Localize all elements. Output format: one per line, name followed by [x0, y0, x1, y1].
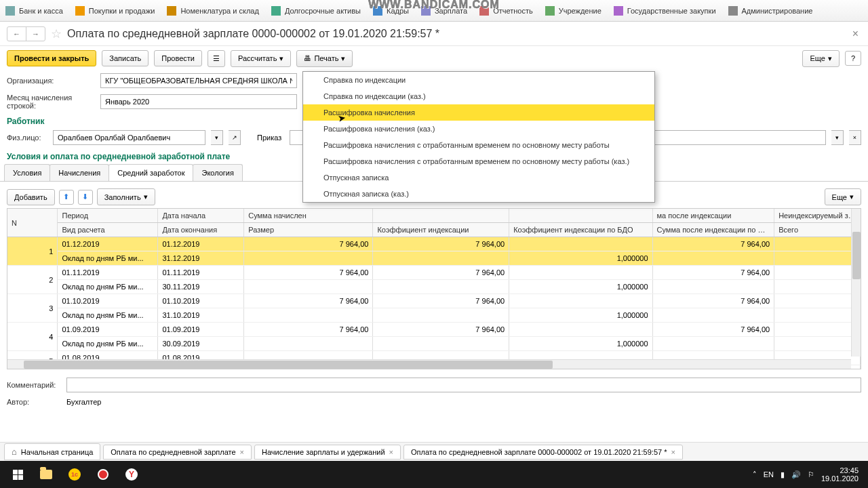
window-tab[interactable]: ⌂ Начальная страница — [4, 443, 100, 460]
table-row[interactable]: Оклад по дням РБ ми...30.11.20191,000000 — [7, 280, 861, 294]
network-icon[interactable]: ▮ — [781, 470, 785, 479]
printer-icon: 🖶 — [304, 54, 311, 62]
col-koef-bdo[interactable]: Коэффициент индексации по БДО — [509, 223, 652, 237]
open-button[interactable]: ↗ — [229, 130, 241, 145]
more-button[interactable]: Еще ▾ — [802, 50, 839, 67]
clock[interactable]: 23:4519.01.2020 — [821, 466, 859, 483]
forward-icon[interactable]: → — [26, 27, 45, 41]
col-period[interactable]: Период — [58, 209, 158, 223]
table-row[interactable]: Оклад по дням РБ ми...30.09.20191,000000 — [7, 337, 861, 351]
nav-item[interactable]: Государственные закупки — [614, 6, 716, 16]
print-menu-item[interactable]: Расшифровка начисления с отработанным вр… — [303, 137, 654, 153]
sound-icon[interactable]: 🔊 — [791, 470, 801, 479]
nav-arrows[interactable]: ← → — [7, 26, 45, 41]
nav-item[interactable]: Долгосрочные активы — [271, 6, 361, 16]
select-button[interactable]: ▾ — [831, 130, 844, 145]
tab[interactable]: Начисления — [50, 164, 109, 181]
help-button[interactable]: ? — [845, 51, 861, 66]
taskbar: 1c Y ˄ EN ▮ 🔊 ⚐ 23:4519.01.2020 — [0, 461, 868, 488]
col-total[interactable]: Всего — [774, 223, 861, 237]
favorite-star-icon[interactable]: ☆ — [51, 26, 62, 41]
window-tab[interactable]: Начисление зарплаты и удержаний × — [254, 445, 401, 460]
comment-input[interactable] — [66, 378, 861, 392]
table-row[interactable]: 401.09.201901.09.20197 964,007 964,007 9… — [7, 323, 861, 337]
print-menu-item[interactable]: Расшифровка начисления с отработанным вр… — [303, 153, 654, 169]
prikaz-label: Приказ — [257, 134, 281, 142]
table-row[interactable]: 301.10.201901.10.20197 964,007 964,007 9… — [7, 294, 861, 308]
col-calc[interactable]: Вид расчета — [58, 223, 158, 237]
fiz-input[interactable] — [53, 130, 205, 145]
tab[interactable]: Экология — [193, 164, 243, 181]
print-button[interactable]: 🖶 Печать ▾ — [296, 50, 353, 67]
nav-item[interactable]: Учреждение — [545, 6, 601, 16]
horizontal-scrollbar[interactable] — [7, 359, 851, 369]
col-noidx[interactable]: Неиндексируемый зар — [774, 209, 861, 223]
yandex-icon[interactable]: Y — [118, 463, 145, 486]
print-menu-item[interactable]: Отпускная записка — [303, 169, 654, 186]
list-icon-button[interactable]: ☰ — [208, 50, 225, 67]
cursor-icon: ➤ — [337, 112, 347, 124]
post-and-close-button[interactable]: Провести и закрыть — [7, 50, 96, 66]
table-row[interactable]: Оклад по дням РБ ми...31.10.20191,000000 — [7, 308, 861, 323]
move-down-button[interactable]: ⬇ — [78, 190, 93, 205]
org-input[interactable] — [100, 73, 297, 88]
close-tab-icon[interactable]: × — [240, 448, 244, 456]
col-dstart[interactable]: Дата начала — [158, 209, 244, 223]
add-button[interactable]: Добавить — [7, 189, 55, 205]
record-icon[interactable] — [90, 463, 117, 486]
print-menu-item[interactable]: Расшифровка начисления (каз.) — [303, 121, 654, 137]
nav-item[interactable]: Номенклатура и склад — [167, 6, 258, 16]
window-tab[interactable]: Оплата по среднедневной зарплате 0000-00… — [403, 445, 683, 460]
fill-button[interactable]: Заполнить ▾ — [97, 188, 155, 205]
vertical-scrollbar[interactable] — [851, 209, 861, 357]
col-sum[interactable]: Сумма начислен — [244, 209, 373, 223]
col-after-bdo[interactable]: Сумма после индексации по БДО — [652, 223, 774, 237]
window-tab[interactable]: Оплата по среднедневной зарплате × — [103, 445, 252, 460]
file-explorer-icon[interactable] — [33, 463, 60, 486]
col-after[interactable]: ма после индексации — [652, 209, 774, 223]
select-button[interactable]: ▾ — [211, 130, 223, 145]
col-n[interactable]: N — [7, 209, 58, 237]
nav-item[interactable]: Администрирование — [728, 6, 813, 16]
print-menu-item[interactable]: Справка по индексации (каз.) — [303, 88, 654, 104]
table-row[interactable]: 201.11.201901.11.20197 964,007 964,007 9… — [7, 266, 861, 280]
print-dropdown-menu[interactable]: Справка по индексацииСправка по индексац… — [302, 71, 655, 203]
1c-app-icon[interactable]: 1c — [61, 463, 88, 486]
col-size[interactable]: Размер — [244, 223, 373, 237]
move-up-button[interactable]: ⬆ — [59, 190, 74, 205]
start-button[interactable] — [4, 463, 31, 486]
watermark: WWW.BANDICAM.COM — [368, 0, 500, 11]
language-indicator[interactable]: EN — [764, 470, 774, 479]
back-icon[interactable]: ← — [7, 27, 26, 41]
close-icon[interactable]: × — [850, 28, 861, 40]
tray-chevron-icon[interactable]: ˄ — [753, 470, 757, 479]
month-label: Месяц начисления строкой: — [7, 94, 95, 110]
flag-icon[interactable]: ⚐ — [808, 470, 814, 479]
chevron-down-icon: ▾ — [828, 54, 832, 63]
window-tabs: ⌂ Начальная страницаОплата по среднеднев… — [0, 442, 868, 461]
more-button[interactable]: Еще ▾ — [825, 188, 861, 205]
table-row[interactable]: Оклад по дням РБ ми...31.12.20191,000000 — [7, 251, 861, 266]
print-menu-item[interactable]: Отпускная записка (каз.) — [303, 186, 654, 202]
col-dend[interactable]: Дата окончания — [158, 223, 244, 237]
calculate-button[interactable]: Рассчитать ▾ — [231, 50, 291, 67]
clear-button[interactable]: × — [849, 130, 861, 145]
system-tray[interactable]: ˄ EN ▮ 🔊 ⚐ 23:4519.01.2020 — [753, 466, 864, 483]
nav-item[interactable]: Банк и касса — [5, 6, 63, 16]
col-koef[interactable]: Коэффициент индексации — [373, 223, 509, 237]
close-tab-icon[interactable]: × — [389, 448, 393, 456]
nav-item[interactable]: Покупки и продажи — [75, 6, 155, 16]
tab[interactable]: Средний заработок — [108, 164, 193, 181]
write-button[interactable]: Записать — [102, 50, 149, 66]
chevron-down-icon: ▾ — [850, 192, 854, 201]
table-row[interactable]: 101.12.201901.12.20197 964,007 964,007 9… — [7, 237, 861, 251]
print-menu-item[interactable]: Справка по индексации — [303, 72, 654, 88]
tab[interactable]: Условия — [4, 164, 50, 181]
post-button[interactable]: Провести — [154, 50, 202, 66]
close-tab-icon[interactable]: × — [671, 448, 675, 456]
data-table[interactable]: N Период Дата начала Сумма начислен ма п… — [7, 208, 861, 369]
month-input[interactable] — [100, 94, 297, 109]
print-menu-item[interactable]: Расшифровка начисления — [303, 104, 654, 121]
document-title: Оплата по среднедневной зарплате 0000-00… — [67, 28, 439, 40]
title-bar: ← → ☆ Оплата по среднедневной зарплате 0… — [0, 22, 868, 46]
